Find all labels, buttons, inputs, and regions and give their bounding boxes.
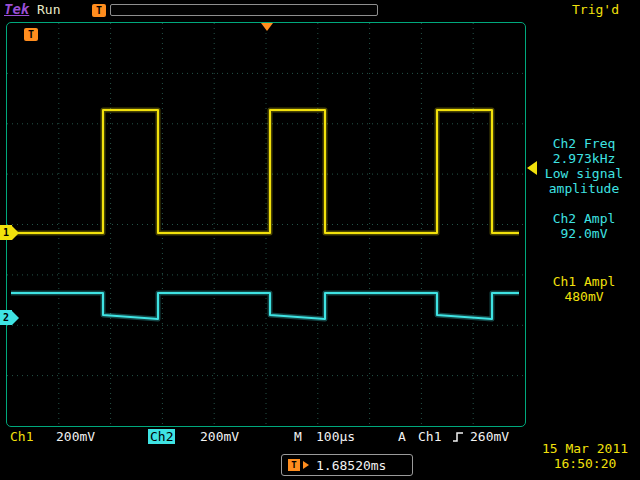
ch2-label-badge: Ch2 — [148, 429, 175, 444]
acquisition-status: Run — [37, 2, 60, 17]
trigger-level-readout: 260mV — [470, 429, 509, 444]
ch2-ampl-readout: Ch2 Ampl 92.0mV — [530, 211, 638, 241]
waveform-plot — [7, 23, 525, 426]
trigger-t-icon: T — [288, 459, 300, 471]
ch2-marker-arrow-icon — [12, 311, 19, 325]
ch2-trace — [11, 293, 519, 319]
trigger-position-arrow-icon — [261, 23, 273, 31]
date-value: 15 Mar 2011 — [532, 441, 638, 456]
ch1-ampl-readout: Ch1 Ampl 480mV — [530, 274, 638, 304]
ch2-freq-readout: Ch2 Freq 2.973kHz Low signal amplitude — [530, 136, 638, 196]
acquisition-record-bar — [110, 4, 378, 16]
datetime-readout: 15 Mar 2011 16:50:20 — [532, 441, 638, 471]
ch1-trace — [11, 110, 519, 233]
rising-edge-icon — [452, 431, 464, 443]
ch1-label: Ch1 — [10, 429, 33, 444]
ch2-ampl-value: 92.0mV — [530, 226, 638, 241]
time-value: 16:50:20 — [532, 456, 638, 471]
trigger-position-readout: T 1.68520ms — [281, 454, 413, 476]
trigger-t-icon-top: T — [92, 4, 106, 17]
ch1-ampl-value: 480mV — [530, 289, 638, 304]
trigger-mode-label: A — [398, 429, 406, 444]
ch2-freq-label: Ch2 Freq — [530, 136, 638, 151]
ch2-freq-value: 2.973kHz — [530, 151, 638, 166]
trigger-right-arrow-icon — [303, 461, 309, 469]
ch1-ampl-label: Ch1 Ampl — [530, 274, 638, 289]
ch2-scale-readout: 200mV — [200, 429, 239, 444]
graticule-screen — [6, 22, 526, 427]
oscilloscope-display: Tek Run T Trig'd 1 2 T Ch2 Freq 2.973kHz… — [0, 0, 640, 480]
low-signal-warning-line1: Low signal — [530, 166, 638, 181]
ch1-ground-marker: 1 — [0, 225, 19, 240]
trigger-source-readout: Ch1 — [418, 429, 441, 444]
timebase-value: 100µs — [316, 429, 355, 444]
trigger-t-flag: T — [24, 28, 38, 41]
trigger-position-value: 1.68520ms — [316, 458, 386, 473]
timebase-label: M — [294, 429, 302, 444]
ch1-marker-arrow-icon — [12, 226, 19, 240]
ch1-scale-readout: 200mV — [56, 429, 95, 444]
ch1-trace-glow — [11, 110, 519, 233]
tek-logo: Tek — [4, 1, 29, 17]
ch2-marker-label: 2 — [0, 310, 12, 325]
trigger-status: Trig'd — [572, 2, 619, 17]
low-signal-warning-line2: amplitude — [530, 181, 638, 196]
ch2-ground-marker: 2 — [0, 310, 19, 325]
ch1-marker-label: 1 — [0, 225, 12, 240]
ch2-ampl-label: Ch2 Ampl — [530, 211, 638, 226]
